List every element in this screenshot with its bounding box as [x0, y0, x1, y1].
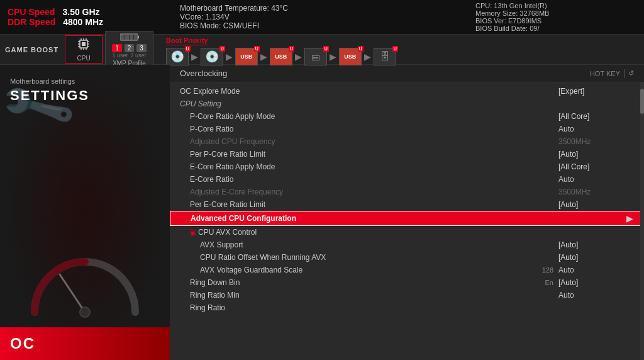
cpu-speed-label: CPU Speed [8, 7, 55, 17]
game-boost-bar: GAME BOOST CPU [0, 35, 644, 65]
oc-label: OC [10, 335, 35, 352]
row-ring-ratio[interactable]: Ring Ratio [170, 301, 644, 314]
row-adj-cpu-freq: Adjusted CPU Frequency 3500MHz [170, 135, 644, 148]
ddr-speed-value: 4800 MHz [63, 17, 103, 27]
row-avx-offset[interactable]: CPU Ratio Offset When Running AVX [Auto] [170, 251, 644, 264]
speed-display: CPU Speed 3.50 GHz DDR Speed 4800 MHz [0, 3, 170, 31]
profile-2: 2 [125, 44, 135, 52]
boot-device-hdd[interactable]: 🖴 U [304, 48, 327, 65]
boot-device-folder[interactable]: 🗄 U [374, 48, 396, 65]
scrollbar[interactable] [640, 82, 644, 360]
svg-rect-18 [134, 35, 137, 40]
right-content: Overclocking HOT KEY ↺ OC Explore Mode [… [170, 65, 644, 360]
hotkey-area: HOT KEY ↺ [590, 69, 634, 78]
vcore: VCore: 1.134V [180, 13, 458, 21]
row-pcore-ratio-mode[interactable]: P-Core Ratio Apply Mode [All Core] [170, 110, 644, 123]
row-ecore-ratio[interactable]: E-Core Ratio Auto [170, 173, 644, 186]
main-layout: 🔧 Motherboard settings SETTINGS OC O [0, 65, 644, 360]
boot-device-disk[interactable]: 💿 U [166, 48, 189, 65]
settings-subtitle: Motherboard settings [10, 77, 160, 85]
xmp-profile-item[interactable]: 1 2 3 1 user 2 user XMP Profile [105, 31, 153, 69]
mb-temp: Motherboard Temperature: 43°C [180, 4, 458, 13]
profile-1: 1 [112, 44, 122, 52]
bios-build: BIOS Build Date: 09/ [475, 25, 636, 32]
settings-list: OC Explore Mode [Expert] CPU Setting P-C… [170, 82, 644, 360]
boot-icons: 💿 U ▶ 💿 U ▶ USB U ▶ USB U ▶ [166, 48, 634, 65]
settings-title: SETTINGS [10, 87, 160, 104]
boot-device-usb3[interactable]: USB U [339, 48, 362, 65]
oc-header: Overclocking HOT KEY ↺ [170, 65, 644, 82]
svg-rect-19 [138, 36, 139, 38]
profile-numbers: 1 2 3 [112, 44, 147, 52]
svg-rect-15 [121, 35, 125, 40]
top-bar: CPU Speed 3.50 GHz DDR Speed 4800 MHz Mo… [0, 0, 644, 35]
svg-point-21 [80, 307, 90, 317]
cpu-label: CPU [77, 55, 91, 62]
memory-size: Memory Size: 32768MB [475, 9, 636, 17]
svg-rect-1 [82, 42, 86, 46]
gauge-area [0, 116, 170, 327]
boot-priority-section: Boot Priority 💿 U ▶ 💿 U ▶ USB U ▶ USB [156, 34, 644, 65]
hotkey-icon: ↺ [628, 69, 634, 77]
boot-device-usb2[interactable]: USB U [270, 48, 292, 65]
user-1: 1 user [113, 52, 128, 59]
xmp-icon [120, 33, 139, 44]
scrollbar-thumb[interactable] [640, 89, 644, 114]
row-pcore-ratio[interactable]: P-Core Ratio Auto [170, 123, 644, 135]
profile-3: 3 [136, 44, 147, 52]
row-advanced-cpu-config[interactable]: Advanced CPU Configuration ▶ [170, 211, 644, 226]
right-info: CPU: 13th Gen Intel(R) Memory Size: 3276… [468, 0, 644, 35]
game-boost-label: GAME BOOST [5, 46, 58, 53]
row-per-pcore-limit[interactable]: Per P-Core Ratio Limit [Auto] [170, 148, 644, 160]
ddr-speed-label: DDR Speed [8, 17, 55, 27]
overclocking-title: Overclocking [180, 69, 227, 78]
hotkey-divider [624, 69, 625, 78]
settings-section: Motherboard settings SETTINGS [0, 65, 170, 116]
row-ring-down-bin[interactable]: Ring Down Bin En [Auto] [170, 276, 644, 289]
row-cpu-avx-control[interactable]: ▣ CPU AVX Control [170, 226, 644, 239]
profile-users: 1 user 2 user [113, 52, 147, 59]
user-2: 2 user [131, 52, 147, 59]
row-avx-voltage[interactable]: AVX Voltage Guardband Scale 128 Auto [170, 264, 644, 276]
svg-rect-17 [130, 35, 133, 40]
row-avx-support[interactable]: AVX Support [Auto] [170, 239, 644, 251]
row-ecore-ratio-mode[interactable]: E-Core Ratio Apply Mode [All Core] [170, 160, 644, 173]
center-info: Motherboard Temperature: 43°C VCore: 1.1… [170, 1, 468, 33]
boost-cpu-item[interactable]: CPU [65, 35, 103, 64]
svg-rect-16 [125, 35, 129, 40]
cpu-info: CPU: 13th Gen Intel(R) [475, 2, 636, 9]
boot-device-cd[interactable]: 💿 U [201, 48, 223, 65]
svg-line-20 [60, 274, 85, 312]
cpu-icon [77, 37, 91, 53]
bios-ver: BIOS Ver: E7D89IMS [475, 17, 636, 25]
row-ring-ratio-min[interactable]: Ring Ratio Min Auto [170, 289, 644, 301]
boot-priority-title: Boot Priority [166, 37, 208, 45]
row-per-ecore-limit[interactable]: Per E-Core Ratio Limit [Auto] [170, 198, 644, 211]
bios-mode: BIOS Mode: CSM/UEFI [180, 21, 458, 30]
left-sidebar: 🔧 Motherboard settings SETTINGS OC [0, 65, 170, 360]
cpu-speed-value: 3.50 GHz [62, 7, 99, 17]
row-cpu-setting-header: CPU Setting [170, 98, 644, 110]
hotkey-label: HOT KEY [590, 70, 620, 77]
boot-device-usb1[interactable]: USB U [235, 48, 258, 65]
row-adj-ecore-freq: Adjusted E-Core Frequency 3500MHz [170, 186, 644, 198]
oc-section[interactable]: OC [0, 327, 170, 360]
row-oc-explore[interactable]: OC Explore Mode [Expert] [170, 85, 644, 98]
